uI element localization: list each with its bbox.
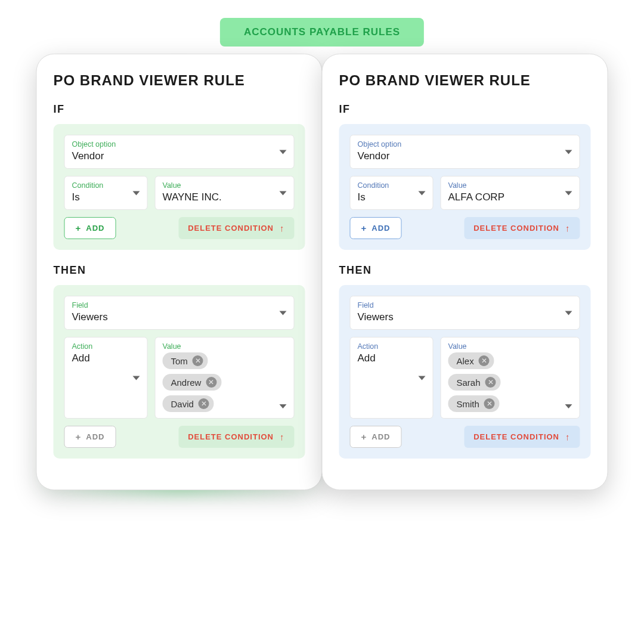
chevron-down-icon bbox=[565, 191, 572, 195]
if-block: Object option Vendor Condition Is Value … bbox=[54, 124, 305, 250]
field-select[interactable]: Field Viewers bbox=[64, 296, 295, 330]
condition-select[interactable]: Condition Is bbox=[64, 176, 148, 210]
chevron-down-icon bbox=[280, 191, 287, 195]
chip: Andrew ✕ bbox=[163, 374, 222, 391]
plus-icon: + bbox=[361, 224, 367, 233]
arrow-up-icon: ↑ bbox=[565, 432, 571, 442]
field-value: Is bbox=[358, 191, 426, 203]
delete-label: DELETE CONDITION bbox=[473, 224, 559, 233]
arrow-up-icon: ↑ bbox=[565, 223, 571, 233]
field-value: WAYNE INC. bbox=[163, 191, 287, 203]
chevron-down-icon bbox=[419, 191, 426, 195]
field-label: Object option bbox=[72, 140, 287, 148]
chevron-down-icon bbox=[280, 311, 287, 315]
value-multiselect[interactable]: Value Alex ✕ Sarah ✕ Smith ✕ bbox=[441, 337, 580, 419]
field-select[interactable]: Field Viewers bbox=[350, 296, 580, 330]
arrow-up-icon: ↑ bbox=[280, 223, 285, 233]
chip-label: Tom bbox=[171, 356, 188, 366]
remove-chip-icon[interactable]: ✕ bbox=[485, 377, 496, 388]
field-value: Vendor bbox=[358, 150, 572, 162]
then-block: Field Viewers Action Add Value Alex bbox=[339, 285, 591, 459]
field-value: Viewers bbox=[358, 311, 572, 323]
action-select[interactable]: Action Add bbox=[64, 337, 148, 419]
chevron-down-icon bbox=[565, 404, 572, 408]
then-block: Field Viewers Action Add Value Tom ✕ bbox=[54, 285, 305, 459]
add-label: ADD bbox=[371, 432, 390, 441]
plus-icon: + bbox=[76, 432, 82, 441]
field-label: Field bbox=[72, 301, 287, 309]
object-option-select[interactable]: Object option Vendor bbox=[64, 135, 295, 169]
chevron-down-icon bbox=[280, 404, 287, 408]
delete-label: DELETE CONDITION bbox=[473, 432, 559, 441]
rule-title: PO BRAND VIEWER RULE bbox=[339, 72, 591, 89]
chevron-down-icon bbox=[133, 191, 140, 195]
delete-label: DELETE CONDITION bbox=[188, 432, 274, 441]
then-label: THEN bbox=[339, 264, 591, 277]
then-label: THEN bbox=[54, 264, 305, 277]
chevron-down-icon bbox=[280, 150, 287, 154]
remove-chip-icon[interactable]: ✕ bbox=[206, 377, 216, 388]
chip-label: Smith bbox=[457, 399, 479, 409]
action-select[interactable]: Action Add bbox=[350, 337, 434, 419]
delete-condition-button[interactable]: DELETE CONDITION ↑ bbox=[464, 426, 580, 448]
add-label: ADD bbox=[371, 224, 390, 233]
delete-condition-button[interactable]: DELETE CONDITION ↑ bbox=[178, 426, 294, 448]
delete-condition-button[interactable]: DELETE CONDITION ↑ bbox=[178, 217, 294, 239]
value-multiselect[interactable]: Value Tom ✕ Andrew ✕ David ✕ bbox=[155, 337, 295, 419]
rule-card: PO BRAND VIEWER RULE IF Object option Ve… bbox=[36, 54, 323, 490]
if-label: IF bbox=[54, 103, 305, 116]
field-label: Value bbox=[448, 181, 572, 190]
chip-label: Sarah bbox=[457, 377, 481, 388]
field-label: Field bbox=[358, 301, 572, 309]
chevron-down-icon bbox=[565, 311, 572, 315]
object-option-select[interactable]: Object option Vendor bbox=[350, 135, 580, 169]
value-select[interactable]: Value WAYNE INC. bbox=[155, 176, 295, 210]
chip: Tom ✕ bbox=[163, 352, 208, 369]
field-value: ALFA CORP bbox=[448, 191, 572, 203]
add-action-button[interactable]: + ADD bbox=[350, 426, 402, 448]
add-action-button[interactable]: + ADD bbox=[64, 426, 116, 448]
plus-icon: + bbox=[76, 224, 82, 233]
chip: Alex ✕ bbox=[448, 352, 494, 369]
if-label: IF bbox=[339, 103, 591, 116]
chip: Smith ✕ bbox=[448, 395, 500, 412]
value-select[interactable]: Value ALFA CORP bbox=[441, 176, 580, 210]
field-label: Condition bbox=[358, 181, 426, 190]
add-condition-button[interactable]: + ADD bbox=[350, 217, 402, 239]
remove-chip-icon[interactable]: ✕ bbox=[199, 398, 209, 409]
chevron-down-icon bbox=[565, 150, 572, 154]
field-label: Value bbox=[163, 181, 287, 190]
field-value: Add bbox=[358, 352, 426, 364]
remove-chip-icon[interactable]: ✕ bbox=[484, 398, 495, 409]
field-label: Action bbox=[72, 342, 140, 351]
condition-select[interactable]: Condition Is bbox=[350, 176, 434, 210]
if-block: Object option Vendor Condition Is Value … bbox=[339, 124, 591, 250]
chip: Sarah ✕ bbox=[448, 374, 501, 391]
plus-icon: + bbox=[361, 432, 367, 441]
chevron-down-icon bbox=[133, 376, 140, 380]
delete-condition-button[interactable]: DELETE CONDITION ↑ bbox=[464, 217, 580, 239]
delete-label: DELETE CONDITION bbox=[188, 224, 274, 233]
field-value: Is bbox=[72, 191, 140, 203]
field-label: Condition bbox=[72, 181, 140, 190]
rule-card: PO BRAND VIEWER RULE IF Object option Ve… bbox=[322, 54, 608, 490]
field-label: Object option bbox=[358, 140, 572, 148]
field-value: Add bbox=[72, 352, 140, 364]
chip-label: Alex bbox=[457, 356, 474, 366]
field-label: Action bbox=[358, 342, 426, 351]
cards-container: PO BRAND VIEWER RULE IF Object option Ve… bbox=[36, 54, 608, 490]
remove-chip-icon[interactable]: ✕ bbox=[193, 355, 203, 366]
remove-chip-icon[interactable]: ✕ bbox=[479, 355, 490, 366]
field-label: Value bbox=[163, 342, 274, 351]
field-value: Viewers bbox=[72, 311, 287, 323]
field-label: Value bbox=[448, 342, 559, 351]
field-value: Vendor bbox=[72, 150, 287, 162]
add-label: ADD bbox=[86, 224, 104, 233]
add-condition-button[interactable]: + ADD bbox=[64, 217, 116, 239]
chip-label: David bbox=[171, 399, 194, 409]
add-label: ADD bbox=[86, 432, 104, 441]
chip: David ✕ bbox=[163, 395, 214, 412]
chevron-down-icon bbox=[419, 376, 426, 380]
header-pill: ACCOUNTS PAYABLE RULES bbox=[220, 18, 424, 47]
chip-label: Andrew bbox=[171, 377, 202, 388]
